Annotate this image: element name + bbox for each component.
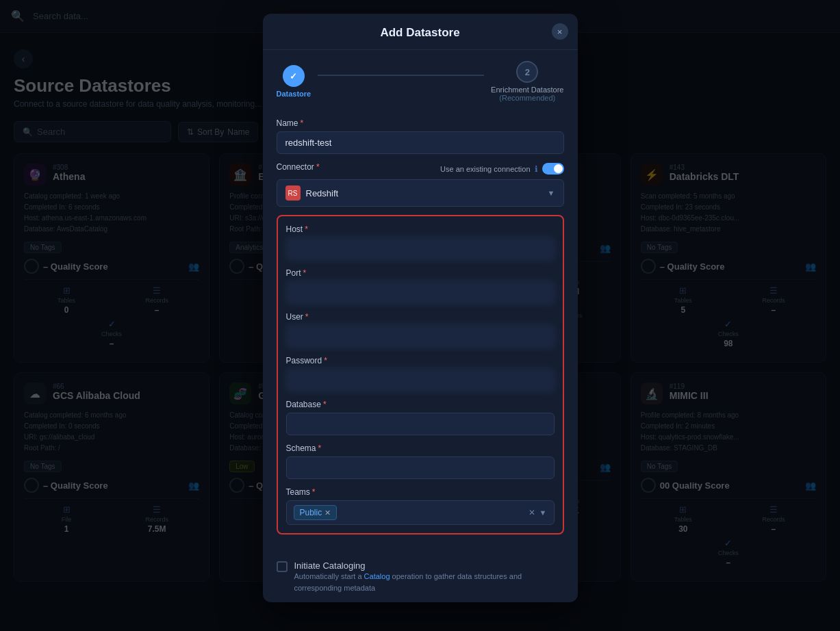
- connector-select[interactable]: RS Redshift ▼: [277, 179, 564, 207]
- host-required: *: [305, 224, 308, 234]
- catalog-link[interactable]: Catalog: [364, 572, 390, 580]
- existing-connection-label: Use an existing connection: [440, 165, 530, 173]
- connector-group: Connector * Use an existing connection ℹ…: [277, 162, 564, 207]
- step-2-number: 2: [525, 67, 530, 77]
- database-required: *: [323, 400, 327, 409]
- name-label: Name *: [277, 118, 564, 128]
- user-group: User *: [286, 312, 555, 348]
- connection-fields-section: Host * Port * User: [277, 215, 564, 535]
- user-label: User *: [286, 312, 555, 322]
- modal-form: Name * Connector * Use an existing conne…: [263, 109, 578, 552]
- schema-group: Schema *: [286, 443, 555, 479]
- database-input[interactable]: [286, 413, 555, 435]
- teams-chevron-icon[interactable]: ▼: [539, 508, 547, 517]
- redshift-icon: RS: [285, 185, 301, 201]
- connector-required: *: [316, 162, 320, 172]
- schema-label: Schema *: [286, 443, 555, 453]
- step-2-circle: 2: [516, 61, 538, 83]
- host-label: Host *: [286, 224, 555, 234]
- info-icon: ℹ: [535, 164, 538, 174]
- schema-input[interactable]: [286, 456, 555, 479]
- connector-chevron-icon: ▼: [548, 189, 555, 197]
- password-input[interactable]: [286, 369, 555, 391]
- existing-connection-toggle[interactable]: [542, 163, 564, 175]
- team-tag-close-button[interactable]: ✕: [324, 508, 331, 517]
- schema-required: *: [318, 443, 322, 453]
- close-icon: ×: [557, 27, 563, 37]
- catalog-checkbox[interactable]: [277, 561, 288, 572]
- modal-title: Add Datastore: [380, 26, 459, 39]
- database-group: Database *: [286, 400, 555, 435]
- modal-overlay[interactable]: Add Datastore × ✓ Datastore 2 Enrichment…: [0, 0, 840, 631]
- step-1-circle: ✓: [283, 65, 305, 87]
- host-group: Host *: [286, 224, 555, 260]
- existing-connection-toggle-row: Use an existing connection ℹ: [440, 163, 563, 175]
- port-required: *: [303, 268, 307, 278]
- modal-header: Add Datastore ×: [263, 14, 578, 50]
- catalog-row: Initiate Cataloging Automatically start …: [263, 552, 578, 602]
- port-label: Port *: [286, 268, 555, 278]
- teams-required: *: [312, 487, 316, 497]
- teams-clear-button[interactable]: ✕: [529, 508, 535, 517]
- modal-close-button[interactable]: ×: [552, 23, 568, 40]
- password-label: Password *: [286, 356, 555, 365]
- step-2-label: Enrichment Datastore (Recommended): [491, 86, 563, 102]
- password-required: *: [324, 356, 327, 365]
- step-2: 2 Enrichment Datastore (Recommended): [491, 61, 563, 102]
- database-label: Database *: [286, 400, 555, 409]
- connector-label: Connector *: [277, 162, 320, 172]
- name-required: *: [301, 118, 304, 128]
- catalog-title: Initiate Cataloging: [294, 561, 564, 571]
- name-group: Name *: [277, 118, 564, 154]
- step-1-label: Datastore: [277, 90, 311, 98]
- add-datastore-modal: Add Datastore × ✓ Datastore 2 Enrichment…: [263, 14, 578, 602]
- team-tag-public: Public ✕: [294, 505, 338, 520]
- port-group: Port *: [286, 268, 555, 304]
- user-required: *: [305, 312, 309, 322]
- catalog-desc: Automatically start a Catalog operation …: [294, 571, 564, 593]
- stepper: ✓ Datastore 2 Enrichment Datastore (Reco…: [263, 50, 578, 109]
- teams-group: Teams * Public ✕ ✕ ▼: [286, 487, 555, 525]
- connector-value: Redshift: [306, 188, 542, 198]
- teams-label: Teams *: [286, 487, 555, 497]
- step-1-check: ✓: [290, 71, 297, 81]
- port-input[interactable]: [286, 281, 555, 304]
- catalog-text: Initiate Cataloging Automatically start …: [294, 561, 564, 593]
- step-1: ✓ Datastore: [277, 65, 311, 98]
- teams-field[interactable]: Public ✕ ✕ ▼: [286, 500, 555, 525]
- step-connector: [318, 75, 484, 76]
- team-tag-label: Public: [300, 508, 322, 517]
- name-input[interactable]: [277, 131, 564, 154]
- password-group: Password *: [286, 356, 555, 391]
- host-input[interactable]: [286, 237, 555, 260]
- user-input[interactable]: [286, 325, 555, 348]
